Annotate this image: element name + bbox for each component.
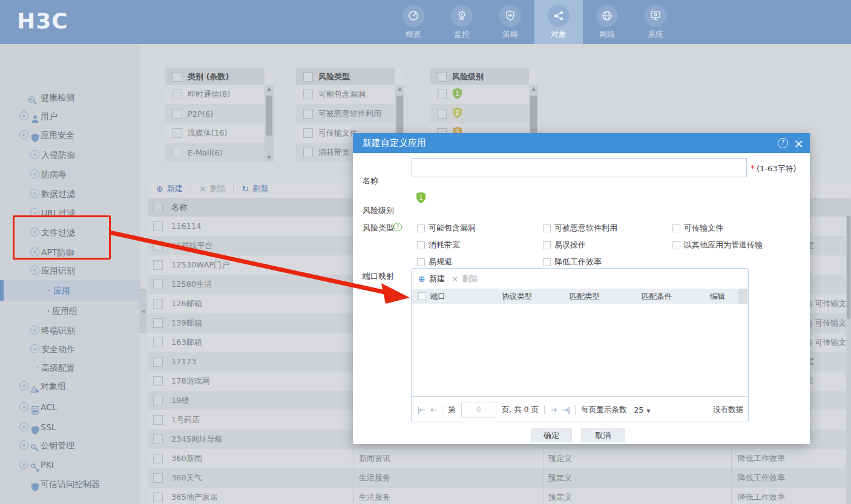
table-scrollbar[interactable] (846, 198, 851, 504)
sidebar-item-trusted-access-controller[interactable]: 可信访问控制器 (0, 474, 140, 494)
checkbox[interactable] (303, 109, 313, 119)
sidebar-item-users[interactable]: » 用户 (0, 106, 140, 126)
per-page-select[interactable]: 25▼ (634, 405, 650, 414)
checkbox[interactable] (417, 241, 425, 249)
sidebar-item-file-filter[interactable]: » 文件过滤 (0, 223, 140, 242)
ok-button[interactable]: 确定 (531, 428, 572, 442)
cancel-button[interactable]: 取消 (581, 428, 625, 442)
row-checkbox[interactable] (153, 493, 163, 502)
sidebar-item-url-filter[interactable]: » URL过滤 (0, 203, 140, 223)
checkbox[interactable] (172, 90, 182, 99)
checkbox[interactable] (672, 241, 680, 249)
filter-option[interactable]: 流媒体(16) (165, 123, 264, 143)
row-checkbox[interactable] (153, 280, 163, 289)
sidebar-item-acl[interactable]: » ACL (0, 398, 140, 417)
checkbox[interactable] (303, 148, 313, 157)
checkbox[interactable] (543, 258, 551, 266)
sidebar-item-data-filter[interactable]: » 数据过滤 (0, 184, 140, 203)
page-number-input[interactable] (461, 402, 496, 417)
sidebar-item-application[interactable]: · 应用 (0, 280, 140, 301)
delete-button[interactable]: × 删除 (199, 183, 226, 194)
risk-type-checkbox[interactable]: 可被恶意软件利用 (543, 223, 617, 234)
filter-option[interactable]: 可能包含漏洞 (296, 85, 395, 104)
row-checkbox[interactable] (153, 260, 163, 270)
checkbox[interactable] (437, 90, 447, 99)
tab-overview[interactable]: 概览 (389, 0, 438, 44)
sidebar-item-app-group[interactable]: · 应用组 (0, 301, 140, 321)
scroll-thumb[interactable] (396, 96, 403, 136)
scroll-up-icon[interactable]: ▲ (264, 85, 274, 93)
row-checkbox[interactable] (153, 415, 163, 425)
checkbox[interactable] (437, 109, 447, 119)
select-all-checkbox[interactable] (153, 203, 163, 212)
sidebar-item-public-key[interactable]: » 公钥管理 (0, 436, 140, 455)
port-new-button[interactable]: ⊕ 新建 (418, 273, 445, 284)
risk-type-checkbox[interactable]: 易误操作 (543, 240, 586, 250)
checkbox[interactable] (303, 128, 313, 138)
new-button[interactable]: ⊕ 新建 (156, 183, 183, 194)
filter-option[interactable]: 1 (430, 85, 529, 104)
scroll-up-icon[interactable]: ▲ (395, 85, 404, 93)
tab-network[interactable]: 网络 (583, 0, 631, 44)
risk-type-checkbox[interactable]: 消耗带宽 (417, 240, 460, 250)
checkbox[interactable] (437, 72, 447, 82)
help-circle-icon[interactable]: ? (393, 223, 402, 231)
help-icon[interactable]: ? (778, 138, 788, 148)
last-page-icon[interactable]: →| (562, 405, 570, 414)
risk-type-checkbox[interactable]: 可能包含漏洞 (417, 223, 476, 234)
row-checkbox[interactable] (153, 396, 163, 405)
prev-page-icon[interactable]: ← (430, 405, 436, 414)
filter-option[interactable]: P2P(6) (165, 104, 264, 123)
checkbox[interactable] (303, 72, 313, 82)
scrollbar[interactable]: ▲ ▼ (264, 85, 274, 162)
scroll-thumb[interactable] (530, 96, 537, 136)
sidebar-item-pki[interactable]: » PKI (0, 455, 140, 474)
row-checkbox[interactable] (153, 376, 163, 386)
select-all-checkbox[interactable] (418, 292, 426, 300)
scroll-thumb[interactable] (266, 96, 272, 136)
sidebar-item-app-security[interactable]: » 应用安全 (0, 125, 140, 145)
sidebar-item-security-action[interactable]: » 安全动作 (0, 339, 140, 359)
scroll-down-icon[interactable]: ▼ (264, 154, 274, 162)
checkbox[interactable] (172, 128, 182, 138)
sidebar-collapse-handle[interactable]: ◀ (140, 289, 146, 333)
filter-option[interactable]: 可被恶意软件利用 (296, 104, 395, 123)
close-icon[interactable]: × (794, 136, 804, 151)
sidebar-item-app-identification[interactable]: » 应用识别 (0, 261, 140, 280)
row-checkbox[interactable] (153, 318, 163, 328)
row-checkbox[interactable] (153, 357, 163, 367)
checkbox[interactable] (672, 224, 680, 232)
sidebar-item-health-check[interactable]: 健康检测 (0, 88, 140, 107)
risk-type-checkbox[interactable]: 可传输文件 (672, 223, 723, 234)
tab-monitor[interactable]: 监控 (438, 0, 486, 44)
first-page-icon[interactable]: |← (417, 405, 425, 414)
sidebar-item-apt-defense[interactable]: » APT防御 (0, 243, 140, 262)
sidebar-item-ips[interactable]: » 入侵防御 (0, 145, 140, 165)
checkbox[interactable] (172, 72, 182, 82)
risk-type-checkbox[interactable]: 降低工作效率 (543, 257, 602, 267)
scroll-thumb[interactable] (847, 216, 850, 319)
filter-option[interactable]: 即时通信(8) (165, 85, 264, 104)
risk-type-checkbox[interactable]: 易规避 (417, 257, 452, 267)
row-checkbox[interactable] (153, 473, 163, 483)
tab-system[interactable]: 系统 (631, 0, 680, 44)
sidebar-item-antivirus[interactable]: » 防病毒 (0, 165, 140, 184)
name-input[interactable] (412, 158, 747, 177)
checkbox[interactable] (417, 224, 425, 232)
sidebar-item-ssl[interactable]: » SSL (0, 417, 140, 437)
sidebar-item-advanced-config[interactable]: · 高级配置 (0, 358, 140, 378)
refresh-button[interactable]: ↻ 刷新 (242, 183, 268, 194)
sidebar-item-terminal-identification[interactable]: » 终端识别 (0, 321, 140, 340)
row-checkbox[interactable] (153, 299, 163, 309)
checkbox[interactable] (172, 109, 182, 119)
row-checkbox[interactable] (153, 221, 163, 231)
tab-objects[interactable]: 对象 (534, 0, 583, 44)
checkbox[interactable] (543, 241, 551, 249)
checkbox[interactable] (543, 224, 551, 232)
row-checkbox[interactable] (153, 338, 163, 347)
row-checkbox[interactable] (153, 434, 163, 444)
port-delete-button[interactable]: × 删除 (452, 273, 478, 284)
checkbox[interactable] (172, 148, 182, 157)
checkbox[interactable] (303, 90, 313, 99)
checkbox[interactable] (417, 258, 425, 266)
